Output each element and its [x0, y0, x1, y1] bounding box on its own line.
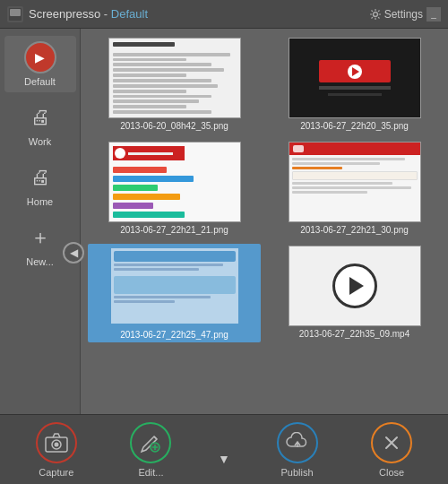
thumbnail-item[interactable]: 2013-06-27_22h35_09.mp4: [268, 244, 441, 342]
thumbnail-label: 2013-06-27_22h21_21.png: [120, 225, 228, 235]
play-button-circle: [332, 264, 377, 308]
close-label: Close: [379, 467, 404, 478]
thumbnail-image: [108, 38, 241, 118]
title-text: Screenpresso - Default: [29, 7, 148, 21]
printer-icon-home: 🖨: [30, 166, 50, 189]
sidebar-item-work[interactable]: 🖨 Work: [4, 96, 76, 152]
play-triangle-icon: [349, 277, 364, 295]
thumbnail-item[interactable]: 2013-06-27_22h21_21.png: [88, 140, 261, 237]
thumbnail-label-selected: 2013-06-27_22h25_47.png: [117, 329, 231, 341]
edit-button[interactable]: Edit...: [121, 417, 180, 483]
thumbnail-grid: 2013-06-20_08h42_35.png 2013-06: [88, 36, 441, 342]
title-bar-right: Settings _: [369, 7, 441, 22]
thumbnail-item-selected[interactable]: 2013-06-27_22h25_47.png: [88, 244, 261, 342]
thumbnail-image: [289, 246, 421, 326]
default-profile-icon: [24, 41, 56, 73]
work-icon: 🖨: [24, 101, 56, 134]
camera-icon: [45, 433, 68, 453]
app-name: Screenpresso: [29, 7, 100, 21]
thumbnail-item[interactable]: 2013-06-27_22h21_30.png: [268, 140, 441, 237]
edit-label: Edit...: [138, 467, 163, 478]
close-icon-circle: [371, 422, 412, 463]
printer-icon-work: 🖨: [30, 106, 50, 129]
sidebar-item-default[interactable]: Default: [4, 36, 76, 92]
publish-button[interactable]: Publish: [268, 417, 327, 483]
profile-name: Default: [111, 7, 148, 21]
settings-button[interactable]: Settings: [369, 8, 423, 21]
home-icon: 🖨: [24, 161, 56, 194]
minimize-button[interactable]: _: [426, 7, 441, 22]
x-icon: [381, 432, 402, 454]
edit-icon-circle: [130, 422, 171, 463]
content-area[interactable]: 2013-06-20_08h42_35.png 2013-06: [81, 29, 448, 414]
publish-label: Publish: [281, 467, 314, 478]
gear-icon: [369, 8, 382, 21]
upload-cloud-icon: [286, 432, 309, 454]
dropdown-arrow[interactable]: ▼: [216, 450, 232, 468]
thumbnail-item[interactable]: 2013-06-20_08h42_35.png: [88, 36, 261, 133]
title-separator: -: [104, 7, 111, 21]
capture-icon-circle: [36, 422, 77, 463]
sidebar-label-work: Work: [29, 136, 51, 147]
sidebar-item-new[interactable]: ＋ New...: [4, 216, 76, 272]
svg-rect-2: [10, 9, 21, 16]
sidebar: Default 🖨 Work 🖨 Home ＋ New...: [0, 29, 81, 414]
sidebar-item-home[interactable]: 🖨 Home: [4, 156, 76, 212]
default-icon-circle: [24, 41, 56, 73]
thumbnail-label: 2013-06-27_22h21_30.png: [300, 225, 409, 235]
svg-point-3: [373, 12, 377, 16]
sidebar-label-home: Home: [27, 196, 53, 207]
svg-point-6: [54, 442, 58, 446]
publish-icon-circle: [277, 422, 318, 463]
sidebar-label-default: Default: [24, 76, 56, 87]
title-bar: Screenpresso - Default Settings _: [0, 0, 448, 29]
thumbnail-image: [108, 246, 241, 326]
close-button[interactable]: Close: [362, 417, 421, 483]
title-bar-left: Screenpresso - Default: [7, 6, 148, 22]
nav-arrow[interactable]: ◀: [63, 242, 84, 264]
thumbnail-label: 2013-06-20_08h42_35.png: [120, 121, 228, 131]
main-layout: Default 🖨 Work 🖨 Home ＋ New... ◀: [0, 29, 448, 414]
capture-label: Capture: [39, 467, 73, 478]
settings-label: Settings: [384, 8, 423, 21]
app-icon: [7, 6, 23, 22]
edit-icon: [140, 432, 161, 454]
video-preview: [289, 246, 420, 325]
thumbnail-image: [108, 142, 241, 222]
thumbnail-label: 2013-06-27_22h35_09.mp4: [299, 329, 409, 339]
new-icon: ＋: [24, 221, 56, 254]
bottom-bar: Capture Edit... ▼ Publish Clo: [0, 414, 448, 484]
thumbnail-label: 2013-06-27_22h20_35.png: [300, 121, 409, 131]
thumbnail-image: [289, 142, 421, 222]
thumbnail-image: [289, 38, 421, 118]
thumbnail-item[interactable]: 2013-06-27_22h20_35.png: [268, 36, 441, 133]
sidebar-label-new: New...: [26, 256, 54, 267]
capture-button[interactable]: Capture: [27, 417, 86, 483]
plus-icon: ＋: [30, 224, 50, 251]
